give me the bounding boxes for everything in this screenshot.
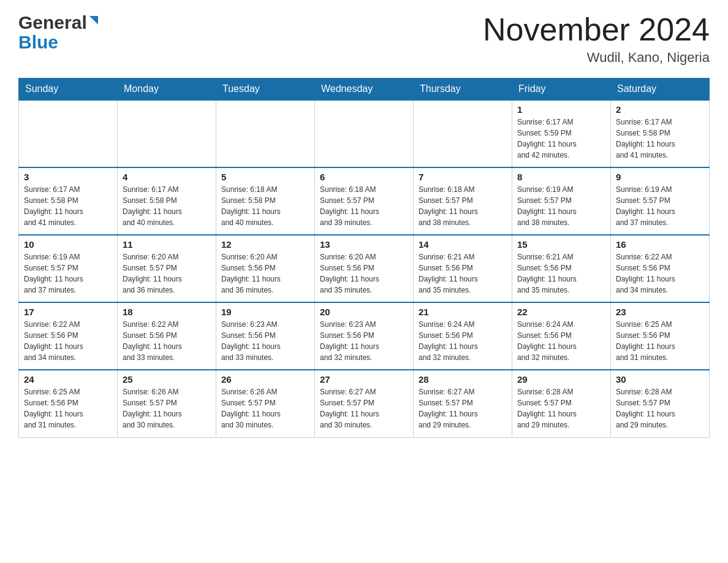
calendar-week-row: 3Sunrise: 6:17 AMSunset: 5:58 PMDaylight…: [19, 167, 710, 235]
table-row: 11Sunrise: 6:20 AMSunset: 5:57 PMDayligh…: [118, 235, 216, 302]
day-info: Sunrise: 6:28 AMSunset: 5:57 PMDaylight:…: [616, 386, 704, 431]
day-info: Sunrise: 6:26 AMSunset: 5:57 PMDaylight:…: [221, 386, 309, 431]
day-info: Sunrise: 6:18 AMSunset: 5:58 PMDaylight:…: [221, 184, 309, 228]
day-number: 1: [517, 104, 605, 115]
table-row: 8Sunrise: 6:19 AMSunset: 5:57 PMDaylight…: [512, 167, 611, 235]
table-row: 7Sunrise: 6:18 AMSunset: 5:57 PMDaylight…: [414, 167, 512, 235]
day-info: Sunrise: 6:18 AMSunset: 5:57 PMDaylight:…: [419, 184, 507, 228]
table-row: [315, 100, 414, 167]
day-info: Sunrise: 6:20 AMSunset: 5:57 PMDaylight:…: [123, 251, 211, 296]
page-header: General Blue November 2024 Wudil, Kano, …: [18, 12, 710, 66]
logo-general-text: General: [18, 12, 87, 33]
table-row: 22Sunrise: 6:24 AMSunset: 5:56 PMDayligh…: [512, 302, 611, 370]
day-info: Sunrise: 6:28 AMSunset: 5:57 PMDaylight:…: [517, 386, 605, 431]
svg-marker-0: [89, 16, 98, 25]
day-info: Sunrise: 6:27 AMSunset: 5:57 PMDaylight:…: [419, 386, 507, 431]
calendar-week-row: 17Sunrise: 6:22 AMSunset: 5:56 PMDayligh…: [19, 302, 710, 370]
table-row: 5Sunrise: 6:18 AMSunset: 5:58 PMDaylight…: [216, 167, 315, 235]
day-number: 28: [419, 374, 507, 385]
day-number: 13: [320, 239, 408, 250]
col-sunday: Sunday: [19, 79, 118, 101]
table-row: [216, 100, 315, 167]
day-info: Sunrise: 6:17 AMSunset: 5:58 PMDaylight:…: [123, 184, 211, 228]
day-info: Sunrise: 6:17 AMSunset: 5:58 PMDaylight:…: [24, 184, 112, 228]
table-row: 19Sunrise: 6:23 AMSunset: 5:56 PMDayligh…: [216, 302, 315, 370]
day-info: Sunrise: 6:17 AMSunset: 5:59 PMDaylight:…: [517, 117, 605, 161]
day-info: Sunrise: 6:19 AMSunset: 5:57 PMDaylight:…: [616, 184, 704, 228]
table-row: 29Sunrise: 6:28 AMSunset: 5:57 PMDayligh…: [512, 370, 611, 437]
day-number: 12: [221, 239, 309, 250]
day-number: 27: [320, 374, 408, 385]
day-number: 19: [221, 307, 309, 317]
day-number: 20: [320, 307, 408, 317]
day-number: 6: [320, 172, 408, 182]
day-number: 9: [616, 172, 704, 182]
day-info: Sunrise: 6:19 AMSunset: 5:57 PMDaylight:…: [24, 251, 112, 296]
day-number: 17: [24, 307, 112, 317]
day-number: 21: [419, 307, 507, 317]
calendar-title: November 2024: [483, 12, 710, 47]
day-number: 29: [517, 374, 605, 385]
day-number: 23: [616, 307, 704, 317]
day-info: Sunrise: 6:17 AMSunset: 5:58 PMDaylight:…: [616, 117, 704, 161]
table-row: 23Sunrise: 6:25 AMSunset: 5:56 PMDayligh…: [611, 302, 710, 370]
day-number: 10: [24, 239, 112, 250]
col-saturday: Saturday: [611, 79, 710, 101]
day-number: 16: [616, 239, 704, 250]
table-row: 20Sunrise: 6:23 AMSunset: 5:56 PMDayligh…: [315, 302, 414, 370]
day-info: Sunrise: 6:20 AMSunset: 5:56 PMDaylight:…: [320, 251, 408, 296]
col-friday: Friday: [512, 79, 611, 101]
day-info: Sunrise: 6:23 AMSunset: 5:56 PMDaylight:…: [221, 319, 309, 363]
table-row: 24Sunrise: 6:25 AMSunset: 5:56 PMDayligh…: [19, 370, 118, 437]
table-row: 15Sunrise: 6:21 AMSunset: 5:56 PMDayligh…: [512, 235, 611, 302]
col-tuesday: Tuesday: [216, 79, 315, 101]
table-row: 2Sunrise: 6:17 AMSunset: 5:58 PMDaylight…: [611, 100, 710, 167]
day-info: Sunrise: 6:19 AMSunset: 5:57 PMDaylight:…: [517, 184, 605, 228]
day-info: Sunrise: 6:20 AMSunset: 5:56 PMDaylight:…: [221, 251, 309, 296]
day-info: Sunrise: 6:26 AMSunset: 5:57 PMDaylight:…: [123, 386, 211, 431]
table-row: 10Sunrise: 6:19 AMSunset: 5:57 PMDayligh…: [19, 235, 118, 302]
day-number: 30: [616, 374, 704, 385]
calendar-header-row: Sunday Monday Tuesday Wednesday Thursday…: [19, 79, 710, 101]
day-info: Sunrise: 6:27 AMSunset: 5:57 PMDaylight:…: [320, 386, 408, 431]
logo: General Blue: [18, 12, 100, 53]
table-row: 16Sunrise: 6:22 AMSunset: 5:56 PMDayligh…: [611, 235, 710, 302]
day-info: Sunrise: 6:25 AMSunset: 5:56 PMDaylight:…: [616, 319, 704, 363]
day-info: Sunrise: 6:25 AMSunset: 5:56 PMDaylight:…: [24, 386, 112, 431]
table-row: 6Sunrise: 6:18 AMSunset: 5:57 PMDaylight…: [315, 167, 414, 235]
day-number: 26: [221, 374, 309, 385]
calendar-table: Sunday Monday Tuesday Wednesday Thursday…: [18, 78, 710, 438]
title-section: November 2024 Wudil, Kano, Nigeria: [483, 12, 710, 66]
calendar-week-row: 24Sunrise: 6:25 AMSunset: 5:56 PMDayligh…: [19, 370, 710, 437]
table-row: 28Sunrise: 6:27 AMSunset: 5:57 PMDayligh…: [414, 370, 512, 437]
day-info: Sunrise: 6:21 AMSunset: 5:56 PMDaylight:…: [517, 251, 605, 296]
day-number: 22: [517, 307, 605, 317]
table-row: [118, 100, 216, 167]
col-thursday: Thursday: [414, 79, 512, 101]
day-number: 7: [419, 172, 507, 182]
table-row: 12Sunrise: 6:20 AMSunset: 5:56 PMDayligh…: [216, 235, 315, 302]
day-number: 14: [419, 239, 507, 250]
logo-arrow-icon: [87, 13, 100, 29]
day-number: 11: [123, 239, 211, 250]
table-row: 9Sunrise: 6:19 AMSunset: 5:57 PMDaylight…: [611, 167, 710, 235]
col-wednesday: Wednesday: [315, 79, 414, 101]
table-row: [19, 100, 118, 167]
table-row: 13Sunrise: 6:20 AMSunset: 5:56 PMDayligh…: [315, 235, 414, 302]
table-row: 27Sunrise: 6:27 AMSunset: 5:57 PMDayligh…: [315, 370, 414, 437]
day-info: Sunrise: 6:24 AMSunset: 5:56 PMDaylight:…: [517, 319, 605, 363]
table-row: 21Sunrise: 6:24 AMSunset: 5:56 PMDayligh…: [414, 302, 512, 370]
day-number: 25: [123, 374, 211, 385]
table-row: 18Sunrise: 6:22 AMSunset: 5:56 PMDayligh…: [118, 302, 216, 370]
day-info: Sunrise: 6:21 AMSunset: 5:56 PMDaylight:…: [419, 251, 507, 296]
col-monday: Monday: [118, 79, 216, 101]
logo-blue-text: Blue: [18, 32, 58, 53]
day-number: 4: [123, 172, 211, 182]
table-row: 4Sunrise: 6:17 AMSunset: 5:58 PMDaylight…: [118, 167, 216, 235]
day-info: Sunrise: 6:23 AMSunset: 5:56 PMDaylight:…: [320, 319, 408, 363]
day-number: 24: [24, 374, 112, 385]
table-row: 17Sunrise: 6:22 AMSunset: 5:56 PMDayligh…: [19, 302, 118, 370]
table-row: 3Sunrise: 6:17 AMSunset: 5:58 PMDaylight…: [19, 167, 118, 235]
day-info: Sunrise: 6:18 AMSunset: 5:57 PMDaylight:…: [320, 184, 408, 228]
day-info: Sunrise: 6:22 AMSunset: 5:56 PMDaylight:…: [616, 251, 704, 296]
